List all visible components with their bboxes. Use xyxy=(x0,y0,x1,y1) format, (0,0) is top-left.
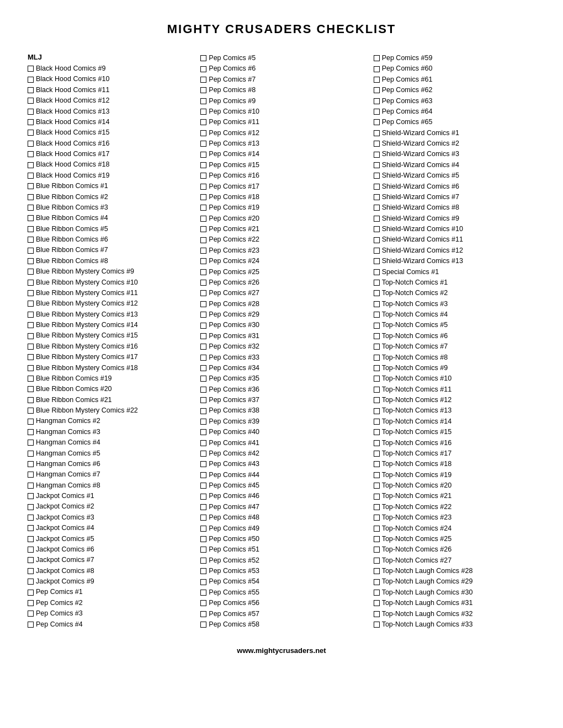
list-item[interactable]: Pep Comics #18 xyxy=(200,192,362,202)
checkbox-icon[interactable] xyxy=(28,483,34,489)
checkbox-icon[interactable] xyxy=(200,323,206,329)
list-item[interactable]: Black Hood Comics #14 xyxy=(28,117,189,127)
checkbox-icon[interactable] xyxy=(28,237,34,243)
checkbox-icon[interactable] xyxy=(374,323,380,329)
checkbox-icon[interactable] xyxy=(28,354,34,360)
checkbox-icon[interactable] xyxy=(374,119,380,125)
checkbox-icon[interactable] xyxy=(200,290,206,296)
list-item[interactable]: Pep Comics #13 xyxy=(200,138,362,149)
checkbox-icon[interactable] xyxy=(200,130,206,136)
list-item[interactable]: Jackpot Comics #8 xyxy=(28,566,189,576)
checkbox-icon[interactable] xyxy=(374,269,380,275)
checkbox-icon[interactable] xyxy=(374,451,380,457)
checkbox-icon[interactable] xyxy=(28,77,34,83)
list-item[interactable]: Pep Comics #8 xyxy=(200,85,362,95)
checkbox-icon[interactable] xyxy=(28,301,34,307)
checkbox-icon[interactable] xyxy=(28,365,34,371)
checkbox-icon[interactable] xyxy=(374,472,380,478)
checkbox-icon[interactable] xyxy=(200,365,206,371)
checkbox-icon[interactable] xyxy=(374,173,380,179)
list-item[interactable]: Top-Notch Comics #3 xyxy=(374,299,535,309)
checkbox-icon[interactable] xyxy=(374,579,380,585)
checkbox-icon[interactable] xyxy=(28,98,34,104)
list-item[interactable]: Shield-Wizard Comics #1 xyxy=(374,128,535,138)
checkbox-icon[interactable] xyxy=(374,355,380,361)
list-item[interactable]: Jackpot Comics #4 xyxy=(28,523,189,533)
checkbox-icon[interactable] xyxy=(200,109,206,115)
checkbox-icon[interactable] xyxy=(28,579,34,585)
list-item[interactable]: Top-Notch Comics #6 xyxy=(374,331,535,341)
checkbox-icon[interactable] xyxy=(28,66,34,72)
checkbox-icon[interactable] xyxy=(374,397,380,403)
list-item[interactable]: Top-Notch Comics #10 xyxy=(374,373,535,384)
list-item[interactable]: Pep Comics #14 xyxy=(200,149,362,159)
checkbox-icon[interactable] xyxy=(374,301,380,307)
checkbox-icon[interactable] xyxy=(28,600,34,606)
checkbox-icon[interactable] xyxy=(200,451,206,457)
list-item[interactable]: Pep Comics #57 xyxy=(200,609,362,619)
list-item[interactable]: Jackpot Comics #7 xyxy=(28,555,189,565)
checkbox-icon[interactable] xyxy=(374,258,380,264)
list-item[interactable]: Pep Comics #46 xyxy=(200,491,362,501)
checkbox-icon[interactable] xyxy=(374,504,380,510)
checkbox-icon[interactable] xyxy=(28,173,34,179)
list-item[interactable]: Hangman Comics #8 xyxy=(28,480,189,491)
list-item[interactable]: Jackpot Comics #9 xyxy=(28,576,189,587)
list-item[interactable]: Pep Comics #24 xyxy=(200,256,362,266)
checkbox-icon[interactable] xyxy=(200,301,206,307)
checkbox-icon[interactable] xyxy=(28,344,34,350)
list-item[interactable]: Pep Comics #12 xyxy=(200,128,362,138)
checkbox-icon[interactable] xyxy=(200,184,206,190)
checkbox-icon[interactable] xyxy=(200,429,206,435)
list-item[interactable]: Pep Comics #15 xyxy=(200,160,362,170)
checkbox-icon[interactable] xyxy=(28,461,34,467)
list-item[interactable]: Black Hood Comics #17 xyxy=(28,149,189,159)
checkbox-icon[interactable] xyxy=(28,119,34,125)
list-item[interactable]: Blue Ribbon Comics #8 xyxy=(28,256,189,266)
list-item[interactable]: Blue Ribbon Comics #2 xyxy=(28,192,189,202)
list-item[interactable]: Black Hood Comics #19 xyxy=(28,170,189,181)
list-item[interactable]: Top-Notch Comics #8 xyxy=(374,352,535,363)
checkbox-icon[interactable] xyxy=(200,141,206,147)
list-item[interactable]: Shield-Wizard Comics #3 xyxy=(374,149,535,159)
checkbox-icon[interactable] xyxy=(200,333,206,339)
checkbox-icon[interactable] xyxy=(28,622,34,628)
checkbox-icon[interactable] xyxy=(200,280,206,286)
list-item[interactable]: Pep Comics #62 xyxy=(374,85,535,95)
list-item[interactable]: Pep Comics #31 xyxy=(200,331,362,341)
checkbox-icon[interactable] xyxy=(374,515,380,521)
checkbox-icon[interactable] xyxy=(374,184,380,190)
checkbox-icon[interactable] xyxy=(200,205,206,211)
list-item[interactable]: Pep Comics #58 xyxy=(200,619,362,630)
list-item[interactable]: Pep Comics #19 xyxy=(200,202,362,213)
list-item[interactable]: Pep Comics #50 xyxy=(200,534,362,544)
list-item[interactable]: Blue Ribbon Mystery Comics #15 xyxy=(28,330,189,341)
list-item[interactable]: Pep Comics #43 xyxy=(200,459,362,469)
list-item[interactable]: Pep Comics #35 xyxy=(200,373,362,384)
list-item[interactable]: Blue Ribbon Mystery Comics #12 xyxy=(28,298,189,309)
list-item[interactable]: Pep Comics #60 xyxy=(374,63,535,74)
checkbox-icon[interactable] xyxy=(28,258,34,264)
checkbox-icon[interactable] xyxy=(374,376,380,382)
list-item[interactable]: Shield-Wizard Comics #4 xyxy=(374,160,535,170)
list-item[interactable]: Pep Comics #1 xyxy=(28,587,189,597)
list-item[interactable]: Top-Notch Comics #25 xyxy=(374,534,535,544)
list-item[interactable]: Jackpot Comics #5 xyxy=(28,534,189,544)
list-item[interactable]: Pep Comics #11 xyxy=(200,117,362,127)
checkbox-icon[interactable] xyxy=(200,77,206,83)
list-item[interactable]: Pep Comics #32 xyxy=(200,341,362,352)
list-item[interactable]: Pep Comics #7 xyxy=(200,74,362,85)
checkbox-icon[interactable] xyxy=(200,237,206,243)
list-item[interactable]: Pep Comics #37 xyxy=(200,395,362,405)
list-item[interactable]: Top-Notch Comics #15 xyxy=(374,427,535,437)
list-item[interactable]: Pep Comics #38 xyxy=(200,405,362,416)
checkbox-icon[interactable] xyxy=(28,547,34,553)
checkbox-icon[interactable] xyxy=(200,536,206,542)
list-item[interactable]: Black Hood Comics #12 xyxy=(28,95,189,106)
checkbox-icon[interactable] xyxy=(374,387,380,393)
list-item[interactable]: Pep Comics #49 xyxy=(200,523,362,534)
checkbox-icon[interactable] xyxy=(374,333,380,339)
list-item[interactable]: Pep Comics #45 xyxy=(200,480,362,491)
list-item[interactable]: Blue Ribbon Mystery Comics #10 xyxy=(28,277,189,288)
list-item[interactable]: Top-Notch Comics #13 xyxy=(374,405,535,416)
